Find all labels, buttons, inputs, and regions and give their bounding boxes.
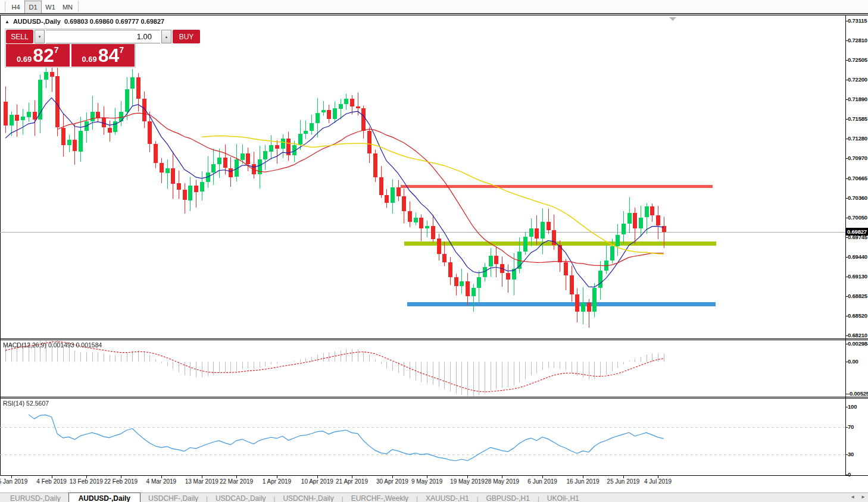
- macd-axis-label: 0.002984: [848, 340, 868, 347]
- timeframe-button-mn[interactable]: MN: [59, 1, 76, 14]
- date-label: 13 Mar 2019: [185, 478, 218, 485]
- macd-axis-label: -0.005256: [848, 390, 868, 397]
- date-label: 25 Jan 2019: [0, 478, 27, 485]
- timeframe-button-group: H4D1W1MN: [7, 0, 80, 13]
- date-label: 4 Jul 2019: [644, 478, 672, 485]
- price-axis-label: 0.69130: [848, 273, 867, 280]
- pane-border: [0, 475, 868, 476]
- current-price-tag: 0.69827: [846, 228, 868, 236]
- pane-divider[interactable]: [0, 338, 868, 339]
- date-label: 25 Jun 2019: [607, 478, 639, 485]
- rsi-indicator-canvas[interactable]: [0, 399, 845, 475]
- toolbar-divider: [5, 1, 5, 12]
- date-label: 1 Apr 2019: [263, 478, 291, 485]
- buy-price-prefix: 0.69: [82, 55, 96, 64]
- tab-usdcnh[interactable]: USDCNH-,Daily: [275, 493, 341, 502]
- toolbar-divider: [78, 1, 79, 12]
- tab-eurchf[interactable]: EURCHF-,Weekly: [344, 493, 416, 502]
- tab-usdchf[interactable]: USDCHF-,Daily: [140, 493, 206, 502]
- price-axis-label: 0.72810: [848, 37, 867, 43]
- sell-price-display[interactable]: 0.69 82 7: [6, 44, 70, 67]
- chart-scroll-marker-icon[interactable]: [669, 17, 676, 21]
- date-label: 28 May 2019: [485, 478, 519, 485]
- buy-price-display[interactable]: 0.69 84 7: [71, 44, 135, 67]
- rsi-axis-label: 70: [848, 423, 854, 430]
- date-label: 10 Apr 2019: [301, 478, 333, 485]
- tab-ukoil[interactable]: UKOil-,H1: [539, 493, 587, 502]
- price-axis-label: 0.68520: [848, 312, 867, 319]
- date-label: 6 Jun 2019: [527, 478, 557, 485]
- macd-label: MACD(12,26,9) 0.001493 0.001584: [3, 341, 102, 349]
- sell-price-main: 82: [33, 45, 54, 65]
- buy-price-pip: 7: [119, 45, 124, 55]
- trading-terminal: H4D1W1MN ▲ AUDUSD-,Daily 0.69803 0.69860…: [0, 0, 868, 502]
- rsi-axis-label: 0: [848, 471, 851, 478]
- volume-input[interactable]: [46, 30, 160, 43]
- price-axis-label: 0.70665: [848, 175, 867, 181]
- volume-increase-button[interactable]: ▴: [161, 30, 171, 43]
- price-axis-label: 0.70970: [848, 155, 867, 161]
- macd-axis-label: 0.00: [848, 358, 858, 365]
- date-label: 9 May 2019: [411, 478, 442, 485]
- volume-decrease-button[interactable]: ▾: [35, 30, 45, 43]
- rsi-label: RSI(14) 52.5607: [3, 400, 49, 407]
- tabs-scroll-left-icon[interactable]: ◄: [850, 494, 855, 500]
- date-label: 19 May 2019: [450, 478, 485, 485]
- tab-gbpusd[interactable]: GBPUSD-,H1: [479, 493, 538, 502]
- date-label: 16 Jun 2019: [566, 478, 599, 485]
- chart-header: ▲ AUDUSD-,Daily 0.69803 0.69860 0.69777 …: [5, 18, 164, 25]
- price-axis-label: 0.72200: [848, 76, 867, 83]
- price-axis-label: 0.68825: [848, 293, 867, 299]
- sell-button[interactable]: SELL: [6, 30, 33, 43]
- sell-price-prefix: 0.69: [17, 55, 32, 64]
- timeframe-button-h4[interactable]: H4: [7, 1, 24, 14]
- price-axis-label: 0.68210: [848, 332, 867, 338]
- price-axis-label: 0.70360: [848, 194, 867, 201]
- rsi-axis-label: 30: [848, 451, 854, 457]
- tab-scroll-arrows: ◄ ►: [850, 494, 866, 500]
- price-axis-label: 0.69440: [848, 253, 867, 260]
- rsi-axis-label: 100: [848, 403, 857, 410]
- price-axis-label: 0.71890: [848, 96, 867, 102]
- price-axis-label: 0.72505: [848, 57, 867, 63]
- date-label: 22 Mar 2019: [220, 478, 253, 485]
- price-axis-label: 0.70050: [848, 214, 867, 221]
- symbol-tab-bar: EURUSD-,DailyAUDUSD-,DailyUSDCHF-,Daily|…: [0, 492, 868, 502]
- price-axis-label: 0.71585: [848, 115, 867, 122]
- buy-price-main: 84: [98, 45, 120, 65]
- date-label: 4 Mar 2019: [146, 478, 177, 485]
- date-label: 21 Apr 2019: [336, 478, 368, 485]
- timeframe-button-d1[interactable]: D1: [24, 1, 42, 14]
- pane-divider[interactable]: [0, 397, 868, 397]
- chart-window: ▲ AUDUSD-,Daily 0.69803 0.69860 0.69777 …: [0, 13, 868, 502]
- date-label: 30 Apr 2019: [376, 478, 408, 485]
- timeframe-button-w1[interactable]: W1: [42, 1, 59, 14]
- price-axis-label: 0.71280: [848, 135, 867, 142]
- timeframe-toolbar: H4D1W1MN: [0, 0, 868, 14]
- tab-eurusd[interactable]: EURUSD-,Daily: [2, 493, 68, 502]
- date-label: 22 Feb 2019: [104, 478, 138, 485]
- collapse-triangle-icon[interactable]: ▲: [5, 19, 10, 24]
- date-label: 13 Feb 2019: [70, 478, 103, 485]
- price-axis-line: [845, 15, 846, 475]
- symbol-title: AUDUSD-,Daily: [13, 18, 61, 25]
- price-axis-label: 0.73115: [848, 17, 867, 24]
- tab-usdcad[interactable]: USDCAD-,Daily: [208, 493, 274, 502]
- tab-audusd[interactable]: AUDUSD-,Daily: [68, 492, 140, 502]
- date-label: 4 Feb 2019: [36, 478, 67, 485]
- buy-button[interactable]: BUY: [173, 30, 200, 43]
- one-click-trading-widget: SELL ▾ ▴ BUY 0.69 82 7 0.69 84 7: [5, 29, 136, 68]
- tab-xauusd[interactable]: XAUUSD-,H1: [418, 493, 477, 502]
- tabs-scroll-right-icon[interactable]: ►: [861, 494, 866, 500]
- ohlc-values: 0.69803 0.69860 0.69777 0.69827: [64, 18, 164, 25]
- macd-indicator-canvas[interactable]: [0, 340, 845, 397]
- sell-price-pip: 7: [54, 45, 59, 55]
